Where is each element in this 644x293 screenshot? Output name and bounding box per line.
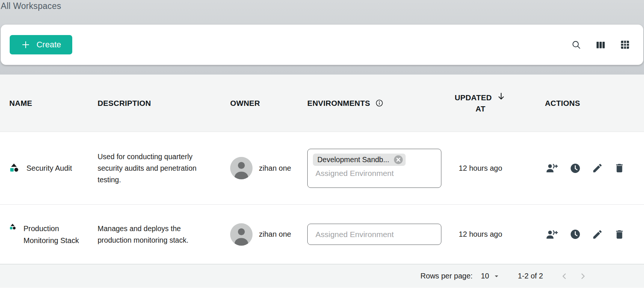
plus-icon [21, 40, 31, 50]
assigned-environment-select[interactable]: Development Sandb... Assigned Environmen… [307, 149, 441, 188]
column-header-name: NAME [0, 99, 98, 108]
create-button[interactable]: Create [10, 35, 72, 54]
table-row: Production Monitoring Stack Manages and … [0, 204, 644, 264]
search-icon[interactable] [571, 40, 582, 50]
owner-name: zihan one [259, 230, 291, 239]
person-add-icon[interactable] [544, 227, 560, 242]
workspace-icon [9, 223, 16, 232]
workspace-description: Used for conducting quarterly security a… [98, 151, 209, 186]
pagination-range: 1-2 of 2 [518, 272, 543, 280]
workspace-name: Security Audit [26, 162, 72, 174]
row-actions [510, 227, 644, 242]
sort-arrow-down-icon [496, 91, 506, 101]
previous-page-icon[interactable] [557, 269, 571, 283]
table-row: Security Audit Used for conducting quart… [0, 132, 644, 204]
history-clock-icon[interactable] [568, 227, 583, 242]
column-header-updated-at[interactable]: UPDATED AT [451, 92, 510, 114]
delete-trash-icon[interactable] [612, 227, 626, 242]
column-header-description: DESCRIPTION [98, 99, 230, 108]
environment-placeholder: Assigned Environment [313, 169, 436, 178]
environment-placeholder: Assigned Environment [313, 230, 394, 239]
environments-header-label: ENVIRONMENTS [307, 99, 370, 108]
info-icon[interactable] [375, 99, 384, 107]
edit-pencil-icon[interactable] [590, 161, 605, 175]
history-clock-icon[interactable] [568, 161, 583, 176]
delete-trash-icon[interactable] [612, 161, 626, 175]
assigned-environment-select[interactable]: Assigned Environment [307, 224, 441, 245]
toolbar-icon-group [571, 25, 631, 65]
workspace-name-cell: Security Audit [0, 162, 98, 174]
avatar [230, 223, 253, 246]
grid-view-icon[interactable] [619, 39, 631, 50]
updated-at-value: 12 hours ago [451, 230, 510, 239]
avatar [230, 157, 253, 179]
owner-name: zihan one [259, 164, 291, 173]
workspace-name: Production Monitoring Stack [23, 223, 84, 246]
column-header-environments: ENVIRONMENTS [307, 99, 451, 108]
edit-pencil-icon[interactable] [590, 227, 605, 242]
rows-per-page-select[interactable]: 10 [481, 272, 501, 280]
owner-cell: zihan one [230, 157, 307, 179]
environment-chip-label: Development Sandb... [317, 155, 389, 164]
row-actions [510, 161, 644, 176]
column-header-owner: OWNER [230, 99, 307, 108]
updated-header-label: UPDATED [455, 92, 492, 103]
environments-cell: Assigned Environment [307, 224, 451, 245]
environment-chip[interactable]: Development Sandb... [313, 154, 406, 166]
owner-cell: zihan one [230, 223, 307, 246]
rows-per-page-value: 10 [481, 272, 489, 280]
updated-header-label-2: AT [476, 103, 485, 114]
workspace-description: Manages and deploys the production monit… [98, 223, 209, 246]
rows-per-page-label: Rows per page: [421, 272, 473, 280]
person-add-icon[interactable] [544, 161, 560, 176]
table-header-row: NAME DESCRIPTION OWNER ENVIRONMENTS UPDA… [0, 75, 644, 132]
workspace-icon [9, 163, 19, 174]
view-columns-icon[interactable] [595, 40, 606, 50]
column-header-actions: ACTIONS [510, 99, 644, 108]
workspaces-screen: All Workspaces Create [0, 0, 644, 293]
create-button-label: Create [37, 40, 61, 50]
next-page-icon[interactable] [576, 269, 590, 283]
chip-close-icon[interactable] [393, 155, 403, 165]
pagination-bar: Rows per page: 10 1-2 of 2 [0, 264, 644, 288]
workspaces-table: NAME DESCRIPTION OWNER ENVIRONMENTS UPDA… [0, 75, 644, 293]
page-title: All Workspaces [1, 1, 61, 11]
environments-cell: Development Sandb... Assigned Environmen… [307, 149, 451, 188]
toolbar: Create [1, 25, 643, 65]
workspace-name-cell: Production Monitoring Stack [0, 223, 98, 246]
caret-down-icon [492, 272, 501, 280]
updated-at-value: 12 hours ago [451, 164, 510, 173]
top-header-region: All Workspaces Create [0, 0, 644, 75]
